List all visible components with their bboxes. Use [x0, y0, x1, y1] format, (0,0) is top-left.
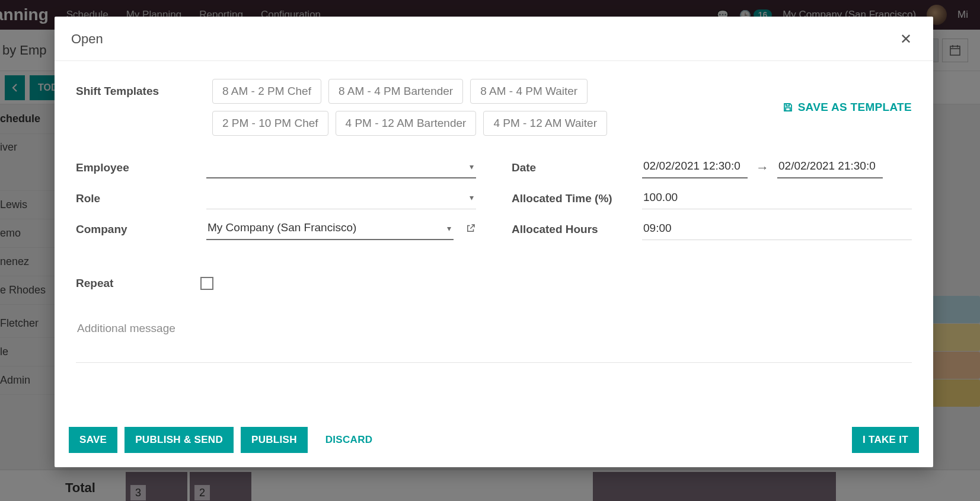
date-start-field[interactable]	[642, 157, 748, 178]
arrow-right-icon: →	[756, 160, 769, 175]
additional-message-field[interactable]	[76, 316, 912, 363]
allocated-hours-label: Allocated Hours	[512, 223, 636, 236]
template-chip[interactable]: 8 AM - 4 PM Bartender	[328, 79, 463, 104]
svg-rect-7	[786, 108, 790, 111]
allocated-time-field[interactable]	[642, 188, 912, 209]
company-field[interactable]	[206, 219, 454, 240]
right-column: Date → Allocated Time (%) Allocated Hour…	[512, 157, 912, 250]
i-take-it-button[interactable]: I TAKE IT	[852, 427, 919, 453]
shift-dialog: Open ✕ Shift Templates 8 AM - 2 PM Chef …	[55, 17, 933, 467]
save-button[interactable]: SAVE	[69, 427, 117, 453]
allocated-hours-field[interactable]	[642, 219, 912, 240]
close-icon[interactable]: ✕	[895, 30, 917, 49]
dialog-footer: SAVE PUBLISH & SEND PUBLISH DISCARD I TA…	[55, 416, 933, 467]
allocated-time-label: Allocated Time (%)	[512, 192, 636, 205]
save-as-template-label: SAVE AS TEMPLATE	[798, 101, 912, 114]
dialog-body: Shift Templates 8 AM - 2 PM Chef 8 AM - …	[55, 61, 933, 416]
save-icon	[783, 102, 793, 113]
template-chip[interactable]: 8 AM - 4 PM Waiter	[470, 79, 588, 104]
repeat-checkbox[interactable]	[200, 277, 213, 290]
external-link-icon[interactable]	[465, 223, 476, 237]
publish-button[interactable]: PUBLISH	[241, 427, 308, 453]
shift-template-chips: 8 AM - 2 PM Chef 8 AM - 4 PM Bartender 8…	[212, 79, 675, 136]
dialog-header: Open ✕	[55, 17, 933, 61]
save-as-template-button[interactable]: SAVE AS TEMPLATE	[783, 79, 912, 136]
dialog-title: Open	[71, 31, 103, 47]
template-chip[interactable]: 4 PM - 12 AM Waiter	[483, 111, 607, 136]
role-label: Role	[76, 192, 200, 205]
date-label: Date	[512, 161, 636, 174]
employee-label: Employee	[76, 161, 200, 174]
repeat-label: Repeat	[76, 277, 200, 290]
template-chip[interactable]: 8 AM - 2 PM Chef	[212, 79, 321, 104]
template-chip[interactable]: 4 PM - 12 AM Bartender	[336, 111, 477, 136]
company-label: Company	[76, 223, 200, 236]
employee-field[interactable]	[206, 157, 476, 178]
role-field[interactable]	[206, 188, 476, 209]
template-chip[interactable]: 2 PM - 10 PM Chef	[212, 111, 328, 136]
shift-templates-label: Shift Templates	[76, 79, 189, 136]
publish-send-button[interactable]: PUBLISH & SEND	[125, 427, 234, 453]
left-column: Employee ▾ Role ▾ Company	[76, 157, 476, 250]
discard-button[interactable]: DISCARD	[315, 427, 384, 453]
date-end-field[interactable]	[777, 157, 883, 178]
